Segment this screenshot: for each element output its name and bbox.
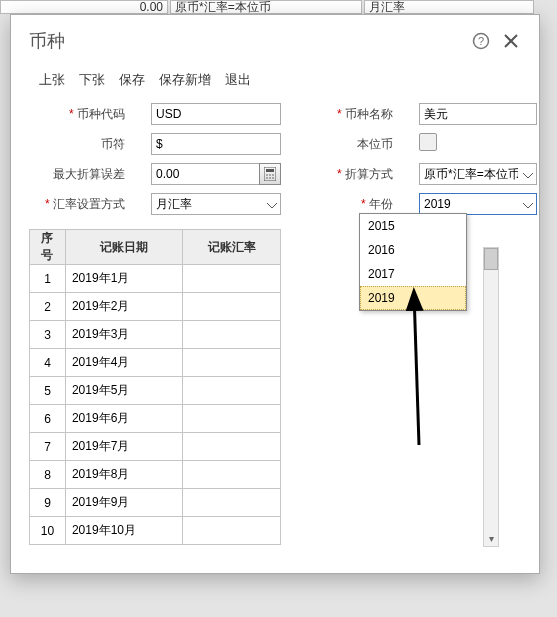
rate-table: 序号 记账日期 记账汇率 12019年1月22019年2月32019年3月420… xyxy=(29,229,281,545)
checkbox-base[interactable] xyxy=(419,133,537,155)
table-row[interactable]: 82019年8月 xyxy=(30,461,281,489)
svg-text:?: ? xyxy=(478,35,484,47)
bg-cell-right: 月汇率 xyxy=(364,0,534,14)
bg-cell-left: 0.00 xyxy=(0,0,168,14)
th-rate: 记账汇率 xyxy=(183,230,281,265)
calculator-icon[interactable] xyxy=(259,163,281,185)
th-seq: 序号 xyxy=(30,230,66,265)
cell-seq: 6 xyxy=(30,405,66,433)
menu-prev[interactable]: 上张 xyxy=(39,71,65,89)
year-option[interactable]: 2015 xyxy=(360,214,466,238)
table-row[interactable]: 22019年2月 xyxy=(30,293,281,321)
cell-rate[interactable] xyxy=(183,265,281,293)
cell-date: 2019年7月 xyxy=(65,433,183,461)
scrollbar-down-icon[interactable]: ▾ xyxy=(484,530,498,546)
cell-date: 2019年6月 xyxy=(65,405,183,433)
select-year[interactable] xyxy=(419,193,537,215)
svg-point-6 xyxy=(266,174,268,176)
dialog-title: 币种 xyxy=(29,29,461,53)
label-maxdiff: 最大折算误差 xyxy=(33,166,125,183)
cell-seq: 10 xyxy=(30,517,66,545)
input-code[interactable] xyxy=(151,103,281,125)
menu-save-new[interactable]: 保存新增 xyxy=(159,71,211,89)
dialog-header: 币种 ? xyxy=(29,29,521,53)
table-row[interactable]: 102019年10月 xyxy=(30,517,281,545)
cell-seq: 7 xyxy=(30,433,66,461)
cell-rate[interactable] xyxy=(183,321,281,349)
cell-date: 2019年9月 xyxy=(65,489,183,517)
dialog-menu: 上张 下张 保存 保存新增 退出 xyxy=(39,71,517,89)
cell-seq: 5 xyxy=(30,377,66,405)
table-row[interactable]: 62019年6月 xyxy=(30,405,281,433)
label-ratemode: 汇率设置方式 xyxy=(33,196,125,213)
label-base: 本位币 xyxy=(307,136,393,153)
th-date: 记账日期 xyxy=(65,230,183,265)
cell-rate[interactable] xyxy=(183,293,281,321)
menu-next[interactable]: 下张 xyxy=(79,71,105,89)
svg-point-9 xyxy=(266,177,268,179)
input-maxdiff[interactable] xyxy=(151,163,259,185)
cell-date: 2019年5月 xyxy=(65,377,183,405)
form-grid: 币种代码 币种名称 币符 本位币 最大折算误差 折算方式 汇率设置方式 年份 xyxy=(33,103,521,215)
svg-point-11 xyxy=(272,177,274,179)
input-symbol[interactable] xyxy=(151,133,281,155)
bg-cell-left-text: 0.00 xyxy=(140,0,163,14)
year-option[interactable]: 2019 xyxy=(360,286,466,310)
help-icon[interactable]: ? xyxy=(471,31,491,51)
bg-cell-mid: 原币*汇率=本位币 xyxy=(170,0,362,14)
cell-seq: 9 xyxy=(30,489,66,517)
year-option[interactable]: 2016 xyxy=(360,238,466,262)
cell-date: 2019年4月 xyxy=(65,349,183,377)
cell-date: 2019年1月 xyxy=(65,265,183,293)
input-name[interactable] xyxy=(419,103,537,125)
table-row[interactable]: 42019年4月 xyxy=(30,349,281,377)
cell-seq: 2 xyxy=(30,293,66,321)
cell-date: 2019年2月 xyxy=(65,293,183,321)
cell-date: 2019年10月 xyxy=(65,517,183,545)
select-convmode[interactable] xyxy=(419,163,537,185)
table-row[interactable]: 72019年7月 xyxy=(30,433,281,461)
cell-seq: 1 xyxy=(30,265,66,293)
cell-seq: 3 xyxy=(30,321,66,349)
label-year: 年份 xyxy=(307,196,393,213)
currency-dialog: 币种 ? 上张 下张 保存 保存新增 退出 币种代码 币种名称 币符 本位币 最… xyxy=(10,14,540,574)
select-ratemode[interactable] xyxy=(151,193,281,215)
menu-save[interactable]: 保存 xyxy=(119,71,145,89)
label-symbol: 币符 xyxy=(33,136,125,153)
label-name: 币种名称 xyxy=(307,106,393,123)
cell-seq: 4 xyxy=(30,349,66,377)
table-row[interactable]: 92019年9月 xyxy=(30,489,281,517)
table-row[interactable]: 12019年1月 xyxy=(30,265,281,293)
table-row[interactable]: 52019年5月 xyxy=(30,377,281,405)
cell-rate[interactable] xyxy=(183,433,281,461)
scrollbar[interactable]: ▾ xyxy=(483,247,499,547)
year-option[interactable]: 2017 xyxy=(360,262,466,286)
svg-point-10 xyxy=(269,177,271,179)
cell-rate[interactable] xyxy=(183,461,281,489)
menu-exit[interactable]: 退出 xyxy=(225,71,251,89)
cell-rate[interactable] xyxy=(183,489,281,517)
year-dropdown[interactable]: 2015201620172019 xyxy=(359,213,467,311)
label-code: 币种代码 xyxy=(33,106,125,123)
svg-line-12 xyxy=(414,293,419,445)
cell-rate[interactable] xyxy=(183,349,281,377)
cell-rate[interactable] xyxy=(183,405,281,433)
cell-seq: 8 xyxy=(30,461,66,489)
close-icon[interactable] xyxy=(501,31,521,51)
scrollbar-thumb[interactable] xyxy=(484,248,498,270)
label-convmode: 折算方式 xyxy=(307,166,393,183)
svg-point-7 xyxy=(269,174,271,176)
cell-date: 2019年8月 xyxy=(65,461,183,489)
table-row[interactable]: 32019年3月 xyxy=(30,321,281,349)
svg-rect-5 xyxy=(266,169,274,172)
cell-rate[interactable] xyxy=(183,517,281,545)
cell-rate[interactable] xyxy=(183,377,281,405)
svg-point-8 xyxy=(272,174,274,176)
cell-date: 2019年3月 xyxy=(65,321,183,349)
